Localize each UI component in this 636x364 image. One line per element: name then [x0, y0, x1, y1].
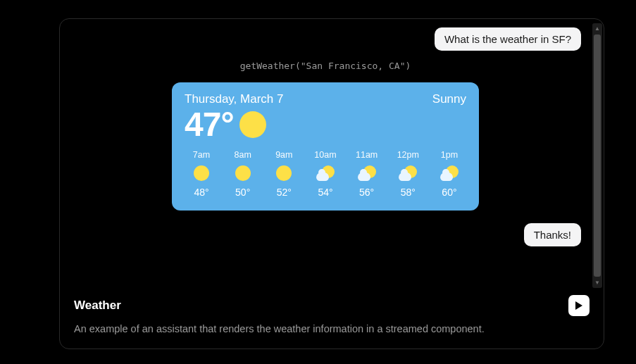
example-description: An example of an assistant that renders …: [74, 322, 590, 336]
hour-temp: 58°: [401, 187, 416, 198]
chat-area: What is the weather in SF? getWeather("S…: [60, 19, 604, 292]
weather-component-row: Thursday, March 7 Sunny 47° 7am 48°: [70, 82, 581, 211]
partly-cloudy-icon: [358, 165, 376, 181]
weather-current-temp: 47°: [185, 108, 234, 142]
hour-label: 12pm: [397, 150, 419, 160]
svg-marker-0: [575, 301, 582, 310]
hour-temp: 48°: [194, 187, 208, 198]
hour-slot: 10am 54°: [308, 150, 342, 198]
sun-icon: [235, 165, 251, 181]
play-icon: [575, 301, 583, 310]
partly-cloudy-icon: [399, 165, 417, 181]
play-button[interactable]: [568, 295, 590, 316]
partly-cloudy-icon: [316, 165, 335, 181]
hour-slot: 9am 52°: [267, 150, 301, 198]
sun-icon: [276, 165, 292, 181]
scroll-down-icon[interactable]: ▼: [592, 278, 602, 288]
card-footer: Weather An example of an assistant that …: [60, 292, 604, 349]
hourly-forecast: 7am 48° 8am 50° 9am 52°: [185, 150, 466, 198]
scrollbar-thumb[interactable]: [594, 34, 601, 277]
hour-temp: 52°: [277, 187, 292, 198]
sun-icon: [239, 111, 266, 138]
hour-slot: 7am 48°: [185, 150, 218, 198]
example-title: Weather: [74, 299, 121, 313]
weather-current: 47°: [185, 108, 466, 142]
hour-slot: 1pm 60°: [432, 150, 466, 198]
hour-slot: 8am 50°: [226, 150, 260, 198]
hour-temp: 50°: [235, 187, 250, 198]
weather-date: Thursday, March 7: [185, 92, 283, 106]
sun-icon: [194, 165, 209, 181]
hour-label: 1pm: [441, 150, 458, 160]
hour-label: 11am: [356, 150, 378, 160]
hour-label: 10am: [314, 150, 336, 160]
scroll-up-icon[interactable]: ▲: [592, 23, 602, 33]
hour-label: 8am: [234, 150, 251, 160]
user-message-bubble: Thanks!: [524, 223, 581, 246]
user-message-row: What is the weather in SF?: [70, 27, 581, 51]
hour-slot: 11am 56°: [350, 150, 384, 198]
partly-cloudy-icon: [440, 165, 459, 181]
example-card: What is the weather in SF? getWeather("S…: [59, 18, 604, 349]
hour-label: 9am: [275, 150, 292, 160]
tool-call-row: getWeather("San Francisco, CA"): [70, 61, 581, 71]
hour-temp: 54°: [318, 187, 332, 198]
tool-call-text: getWeather("San Francisco, CA"): [240, 61, 411, 71]
scrollbar[interactable]: ▲ ▼: [592, 23, 602, 288]
weather-condition: Sunny: [432, 92, 466, 106]
chat-scroll-content: What is the weather in SF? getWeather("S…: [60, 19, 591, 292]
hour-temp: 56°: [359, 187, 374, 198]
hour-temp: 60°: [442, 187, 456, 198]
weather-card: Thursday, March 7 Sunny 47° 7am 48°: [172, 82, 479, 211]
weather-header: Thursday, March 7 Sunny: [185, 92, 466, 106]
user-message-row: Thanks!: [70, 223, 581, 246]
hour-label: 7am: [193, 150, 210, 160]
user-message-bubble: What is the weather in SF?: [435, 27, 581, 51]
hour-slot: 12pm 58°: [391, 150, 425, 198]
